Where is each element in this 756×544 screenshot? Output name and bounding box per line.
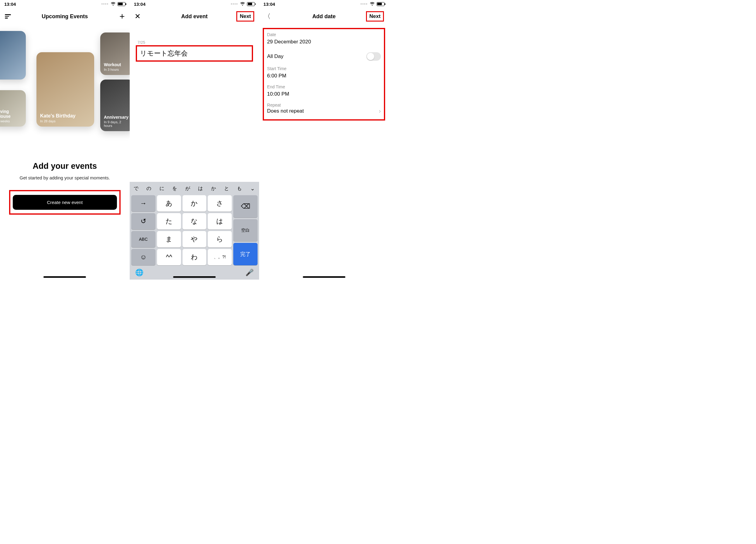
cellular-dots-icon [231,3,238,5]
event-card-subtitle: 6 weeks [0,119,22,123]
cellular-dots-icon [361,3,367,5]
menu-icon[interactable] [5,13,11,19]
nav-bar: Upcoming Events + [0,8,130,25]
keyboard-key[interactable]: ら [208,231,232,248]
keyboard-key[interactable]: は [208,213,232,230]
add-event-icon[interactable]: + [119,12,125,21]
status-bar: 13:04 [130,0,259,8]
event-cards-carousel[interactable]: oving House 6 weeks Kate's Birthday In 2… [0,31,130,143]
next-button[interactable]: Next [236,11,254,22]
keyboard-suggestion[interactable]: に [156,186,169,192]
repeat-label: Repeat [267,103,381,108]
create-event-button[interactable]: Create new event [13,195,117,210]
event-card-title: Kate's Birthday [40,113,91,119]
keyboard-key[interactable]: た [157,213,181,230]
keyboard-key[interactable]: 、。?! [208,249,232,265]
status-time: 13:04 [134,2,145,7]
keyboard-key-done[interactable]: 完了 [233,243,258,265]
back-icon[interactable]: 〈 [264,12,271,21]
event-card-subtitle: In 9 days, 2 hours [104,120,130,128]
keyboard-key-space[interactable]: 空白 [233,219,258,242]
event-card[interactable]: Anniversary In 9 days, 2 hours [100,80,130,131]
date-value[interactable]: 29 December 2020 [267,39,381,45]
nav-bar: ✕ Add event Next [130,8,259,25]
keyboard-suggestion[interactable]: と [220,186,233,192]
home-indicator[interactable] [303,276,345,278]
event-card[interactable]: Workout In 3 hours [100,33,130,75]
end-time-value[interactable]: 10:00 PM [267,91,381,97]
keyboard-suggestion[interactable]: を [168,186,181,192]
status-time: 13:04 [4,2,16,7]
keyboard-key[interactable]: か [183,195,207,212]
keyboard-suggestion[interactable]: の [142,186,156,192]
allday-label: All Day [267,53,283,60]
repeat-value: Does not repeat [267,108,304,114]
mic-icon[interactable]: 🎤 [245,269,254,276]
start-time-value[interactable]: 6:00 PM [267,73,381,79]
keyboard-key[interactable]: ま [157,231,181,248]
keyboard-key[interactable]: ^^ [157,249,181,265]
date-settings-panel: Date 29 December 2020 All Day Start Time… [263,28,385,121]
keyboard-suggestion[interactable]: が [181,186,194,192]
home-indicator[interactable] [43,276,86,278]
wifi-icon [111,2,116,6]
date-label: Date [267,32,381,37]
battery-icon [118,2,125,6]
cta-subtitle: Get started by adding your special momen… [7,175,122,181]
keyboard-key[interactable]: な [183,213,207,230]
close-icon[interactable]: ✕ [135,12,141,21]
status-right [231,2,255,6]
keyboard-key[interactable]: わ [183,249,207,265]
screen-add-date: 13:04 〈 Add date Next Date 29 December 2… [259,0,389,279]
event-card-title: Workout [104,62,130,67]
keyboard-key-undo[interactable]: ↺ [131,213,156,230]
status-right [361,2,385,6]
event-card-subtitle: In 28 days [40,119,91,123]
screen-upcoming-events: 13:04 Upcoming Events + oving House 6 we… [0,0,130,279]
event-card-title: oving House [0,109,22,119]
next-button[interactable]: Next [366,11,384,22]
cta-area: Add your events Get started by adding yo… [0,162,130,181]
cellular-dots-icon [101,3,108,5]
status-bar: 13:04 [259,0,389,8]
cta-title: Add your events [7,162,122,171]
keyboard-key[interactable]: や [183,231,207,248]
wifi-icon [370,2,375,6]
keyboard-key[interactable]: さ [208,195,232,212]
event-name-input[interactable]: リモート忘年会 [136,45,253,62]
keyboard-suggestions: で の に を が は か と も ⌄ [130,182,259,195]
battery-icon [377,2,385,6]
start-time-label: Start Time [267,66,381,71]
globe-icon[interactable]: 🌐 [135,269,143,276]
screen-add-event: 13:04 ✕ Add event Next 7/25 リモート忘年会 で の … [130,0,259,279]
keyboard-key[interactable]: あ [157,195,181,212]
end-time-label: End Time [267,84,381,89]
keyboard-suggestion[interactable]: は [194,186,207,192]
nav-bar: 〈 Add date Next [259,8,389,25]
event-card-subtitle: In 3 hours [104,68,130,71]
home-indicator[interactable] [173,276,216,278]
keyboard-key-abc[interactable]: ABC [131,231,156,248]
chevron-down-icon[interactable]: ⌄ [246,185,259,192]
repeat-row[interactable]: Does not repeat › [267,108,381,115]
battery-icon [247,2,255,6]
keyboard-key-arrow[interactable]: → [131,195,156,212]
keyboard-suggestion[interactable]: か [207,186,220,192]
page-title: Add date [312,13,336,20]
status-right [101,2,125,6]
keyboard-suggestion[interactable]: も [233,186,246,192]
event-card[interactable] [0,31,26,80]
keyboard-key-emoji[interactable]: ☺ [131,249,156,265]
event-card-title: Anniversary [104,115,130,120]
chevron-right-icon: › [379,108,381,115]
status-bar: 13:04 [0,0,130,8]
char-counter: 7/25 [130,25,259,45]
event-card[interactable]: Kate's Birthday In 28 days [36,52,94,127]
status-time: 13:04 [263,2,275,7]
keyboard-key-backspace[interactable]: ⌫ [233,195,258,218]
wifi-icon [240,2,245,6]
keyboard: で の に を が は か と も ⌄ → ↺ ABC ☺ あ か さ [130,182,259,279]
allday-toggle[interactable] [366,52,381,61]
event-card[interactable]: oving House 6 weeks [0,90,26,127]
keyboard-suggestion[interactable]: で [130,186,143,192]
